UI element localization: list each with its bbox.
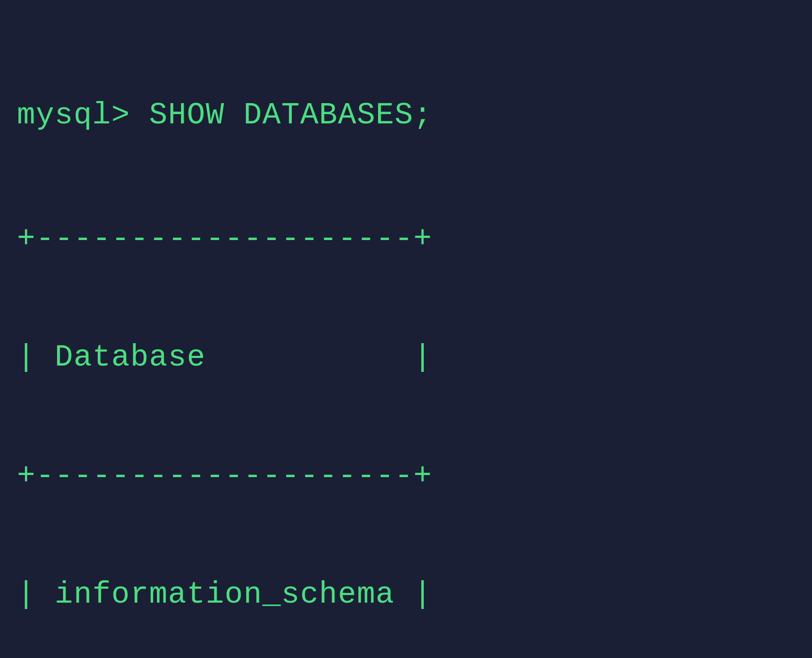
mysql-terminal[interactable]: mysql> SHOW DATABASES; +----------------…: [17, 17, 795, 658]
command-line: mysql> SHOW DATABASES;: [17, 96, 795, 136]
table-border-mid: +--------------------+: [17, 456, 795, 496]
mysql-prompt: mysql>: [17, 98, 130, 133]
table-header-row: | Database |: [17, 338, 795, 378]
table-row: | information_schema |: [17, 575, 795, 615]
table-border-top: +--------------------+: [17, 219, 795, 259]
sql-command: SHOW DATABASES;: [149, 98, 433, 133]
